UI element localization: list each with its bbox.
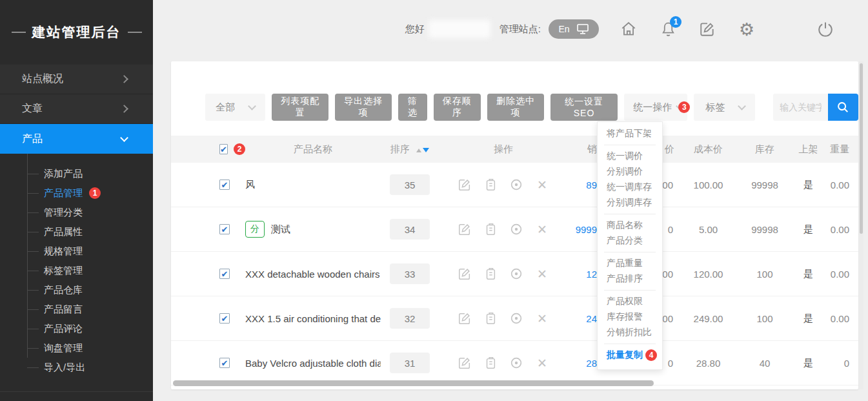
bulk-operations-select[interactable]: 统一操作 3 — [624, 94, 687, 121]
menu-divider — [604, 145, 656, 145]
sales-count-link[interactable]: 28 — [568, 358, 597, 369]
delete-selected-button[interactable]: 删除选中项 — [487, 94, 544, 121]
edit-icon[interactable] — [457, 311, 472, 326]
bulk-seo-button[interactable]: 统一设置SEO — [550, 94, 618, 121]
home-icon[interactable] — [620, 20, 638, 38]
sort-value-input[interactable]: 35 — [390, 174, 430, 195]
search-button[interactable] — [828, 94, 858, 121]
menu-divider — [604, 252, 656, 252]
submenu-product-attributes[interactable]: 产品属性 — [0, 222, 153, 242]
delete-icon[interactable]: ✕ — [534, 266, 550, 282]
sort-arrows-icon[interactable] — [416, 148, 429, 152]
scrollbar-thumb[interactable] — [860, 63, 863, 234]
vertical-scrollbar[interactable] — [859, 61, 863, 389]
row-checkbox[interactable]: ✔ — [219, 313, 230, 324]
sidebar-item-products[interactable]: 产品 — [0, 124, 153, 154]
col-sales: 销 — [568, 143, 597, 156]
submenu-add-product[interactable]: 添加产品 — [0, 164, 153, 183]
product-name[interactable]: XXX 1.5 air conditioning that de — [245, 313, 381, 324]
edit-icon[interactable] — [457, 355, 472, 371]
sales-count-link[interactable]: 9999 — [568, 224, 597, 235]
app-title: 建站管理后台 — [32, 23, 121, 41]
copy-icon[interactable] — [483, 266, 498, 282]
menu-item-unified-stock[interactable]: 统一调库存 — [598, 180, 662, 195]
list-config-button[interactable]: 列表项配置 — [272, 94, 328, 121]
row-checkbox[interactable]: ✔ — [219, 180, 230, 190]
save-order-button[interactable]: 保存顺序 — [434, 94, 481, 121]
menu-item-delist-products[interactable]: 将产品下架 — [598, 126, 662, 141]
sales-count-link[interactable]: 24 — [568, 313, 597, 324]
col-sort[interactable]: 排序 — [381, 143, 439, 156]
preview-icon[interactable] — [509, 355, 524, 371]
delete-icon[interactable]: ✕ — [534, 311, 550, 326]
menu-item-product-category[interactable]: 产品分类 — [598, 233, 662, 249]
horizontal-scrollbar[interactable] — [173, 380, 654, 386]
edit-icon[interactable] — [457, 177, 472, 192]
sidebar-item-articles[interactable]: 文章 — [0, 94, 153, 124]
edit-icon[interactable] — [698, 20, 716, 38]
sort-value-input[interactable]: 32 — [390, 308, 430, 329]
select-all-checkbox[interactable]: ✔ — [219, 144, 228, 154]
sidebar-item-site-overview[interactable]: 站点概况 — [0, 65, 153, 94]
language-site-switch[interactable]: En — [549, 19, 599, 39]
edit-icon[interactable] — [457, 266, 472, 282]
menu-item-separate-stock[interactable]: 分别调库存 — [598, 195, 662, 211]
apps-grid-icon[interactable] — [777, 20, 795, 38]
export-selected-button[interactable]: 导出选择项 — [335, 94, 392, 121]
sort-value-input[interactable]: 33 — [390, 263, 430, 284]
menu-item-product-weight[interactable]: 产品重量 — [598, 256, 662, 271]
submenu-inquiry-management[interactable]: 询盘管理 — [0, 338, 153, 358]
menu-item-separate-price[interactable]: 分别调价 — [598, 164, 662, 180]
delete-icon[interactable]: ✕ — [534, 355, 550, 371]
row-checkbox[interactable]: ✔ — [219, 358, 230, 368]
col-cost-price: 成本价 — [674, 143, 742, 156]
preview-icon[interactable] — [509, 221, 524, 237]
submenu-tag-management[interactable]: 标签管理 — [0, 261, 153, 280]
row-checkbox[interactable]: ✔ — [219, 269, 230, 279]
edit-icon[interactable] — [457, 221, 472, 237]
delete-icon[interactable]: ✕ — [534, 221, 550, 237]
product-name[interactable]: XXX detachable wooden chairs — [245, 269, 381, 280]
menu-item-distribution-discount[interactable]: 分销折扣比 — [598, 325, 662, 340]
submenu-product-management[interactable]: 产品管理 1 — [0, 183, 153, 203]
product-name[interactable]: Baby Velcro adjustable cloth dia — [245, 358, 381, 369]
submenu-product-warehouse[interactable]: 产品仓库 — [0, 280, 153, 300]
menu-divider — [604, 290, 656, 291]
delete-icon[interactable]: ✕ — [534, 177, 550, 192]
sort-value-input[interactable]: 31 — [390, 353, 430, 373]
sales-count-link[interactable]: 12 — [568, 269, 597, 280]
filter-button[interactable]: 筛选 — [398, 94, 427, 121]
submenu-import-export[interactable]: 导入/导出 — [0, 358, 153, 377]
tags-select[interactable]: 标签 — [694, 94, 755, 121]
notifications-bell-icon[interactable]: 1 — [659, 20, 677, 38]
menu-item-product-sort[interactable]: 产品排序 — [598, 271, 662, 287]
copy-icon[interactable] — [483, 355, 498, 371]
submenu-manage-categories[interactable]: 管理分类 — [0, 203, 153, 222]
submenu-product-messages[interactable]: 产品留言 — [0, 300, 153, 319]
menu-item-product-permission[interactable]: 产品权限 — [598, 294, 662, 309]
settings-gear-icon[interactable]: ⚙ — [738, 20, 756, 38]
search-input[interactable] — [773, 94, 828, 121]
monitor-icon — [576, 23, 589, 35]
preview-icon[interactable] — [509, 177, 524, 192]
copy-icon[interactable] — [483, 177, 498, 192]
preview-icon[interactable] — [509, 266, 524, 282]
row-checkbox[interactable]: ✔ — [219, 224, 230, 234]
weight-value: 0.00 — [829, 180, 858, 190]
menu-item-product-name[interactable]: 商品名称 — [598, 218, 662, 233]
category-filter-select[interactable]: 全部 — [205, 94, 265, 121]
product-name[interactable]: 分 测试 — [245, 221, 381, 238]
menu-item-unified-price[interactable]: 统一调价 — [598, 149, 662, 164]
menu-item-stock-alert[interactable]: 库存报警 — [598, 309, 662, 325]
language-code: En — [558, 24, 569, 34]
copy-icon[interactable] — [483, 221, 498, 237]
submenu-spec-management[interactable]: 规格管理 — [0, 242, 153, 261]
product-name[interactable]: 风 — [245, 179, 381, 191]
submenu-product-reviews[interactable]: 产品评论 — [0, 319, 153, 338]
sales-count-link[interactable]: 89 — [568, 180, 597, 190]
menu-item-bulk-copy[interactable]: 批量复制 4 — [598, 347, 662, 363]
logout-power-icon[interactable] — [816, 20, 834, 38]
copy-icon[interactable] — [483, 311, 498, 326]
preview-icon[interactable] — [509, 311, 524, 326]
sort-value-input[interactable]: 34 — [390, 219, 430, 240]
